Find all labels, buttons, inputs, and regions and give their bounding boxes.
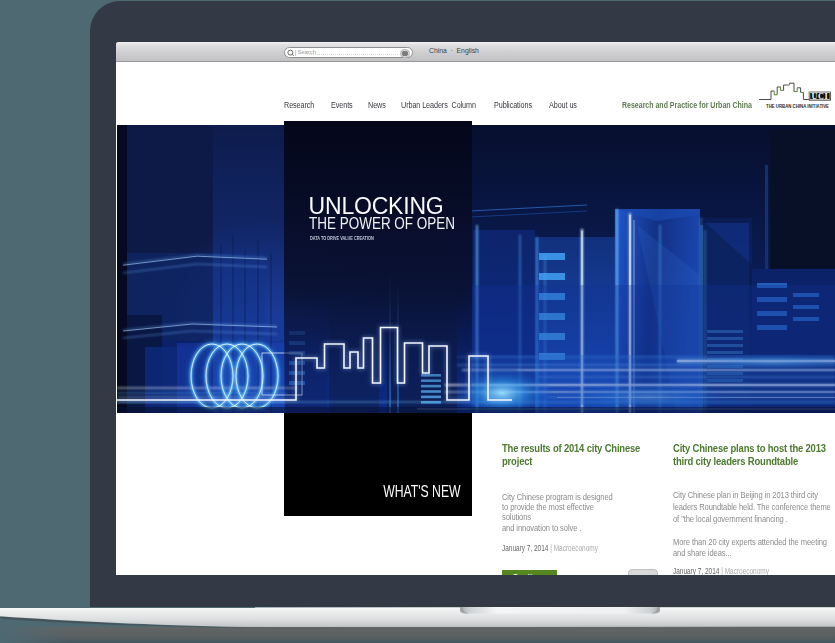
svg-text:THE URBAN CHINA INITIATIVE: THE URBAN CHINA INITIATIVE — [766, 104, 829, 109]
svg-text:UCI: UCI — [812, 92, 829, 101]
